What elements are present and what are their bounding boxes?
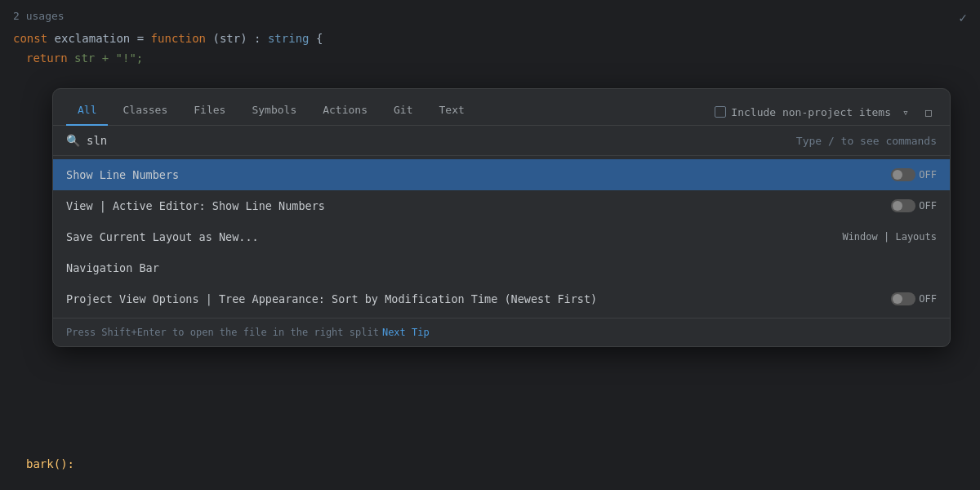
tab-all[interactable]: All (66, 99, 108, 126)
search-input[interactable] (87, 134, 790, 147)
tab-actions[interactable]: Actions (311, 99, 379, 126)
results-list: Show Line Numbers OFF View | Active Edit… (53, 156, 950, 318)
keyword-const: const (13, 29, 47, 48)
bottom-func-name: bark(): (26, 454, 74, 474)
eq-sign: = (130, 29, 150, 48)
bottom-code-line: bark(): (13, 454, 967, 474)
non-project-checkbox-row[interactable]: Include non-project items (715, 106, 891, 118)
result-item[interactable]: Show Line Numbers OFF (53, 159, 950, 190)
tab-files[interactable]: Files (182, 99, 237, 126)
toggle-thumb (893, 294, 902, 304)
var-name: exclamation (47, 29, 130, 48)
open-brace: { (310, 29, 323, 48)
code-line-2: return str + "!"; (0, 48, 980, 68)
next-tip-button[interactable]: Next Tip (382, 327, 430, 338)
tabs-row: All Classes Files Symbols Actions Git Te… (53, 89, 950, 126)
dialog-footer: Press Shift+Enter to open the file in th… (53, 318, 950, 346)
result-badge-toggle: OFF (891, 199, 937, 212)
keyword-function: function (151, 29, 206, 48)
non-project-label: Include non-project items (731, 106, 891, 118)
toggle-label: OFF (919, 200, 937, 212)
params: (str) (206, 29, 247, 48)
tab-text[interactable]: Text (428, 99, 476, 126)
result-badge-toggle: OFF (891, 168, 937, 181)
toggle-track[interactable] (891, 168, 915, 181)
toggle-label: OFF (919, 293, 937, 305)
result-item[interactable]: Save Current Layout as New... Window | L… (53, 221, 950, 252)
usages-line: 2 usages (0, 0, 980, 29)
result-item[interactable]: Navigation Bar (53, 252, 950, 283)
settings-icon[interactable]: □ (920, 104, 937, 120)
result-badge-toggle: OFF (891, 292, 937, 305)
result-label: Project View Options | Tree Appearance: … (66, 292, 891, 305)
result-badge-breadcrumb: Window | Layouts (842, 231, 937, 243)
chevron-icon: ✓ (959, 10, 967, 25)
breadcrumb-text: Window | Layouts (842, 231, 937, 243)
colon: : (247, 29, 268, 48)
result-label: Navigation Bar (66, 261, 937, 274)
type-name: string (268, 29, 310, 48)
search-dialog: All Classes Files Symbols Actions Git Te… (52, 88, 951, 347)
result-item[interactable]: View | Active Editor: Show Line Numbers … (53, 190, 950, 221)
search-icon: 🔍 (66, 134, 80, 147)
code-line-1: const exclamation = function (str) : str… (0, 29, 980, 48)
toggle-track[interactable] (891, 199, 915, 212)
code-rest: str + "!"; (68, 48, 144, 68)
result-label: View | Active Editor: Show Line Numbers (66, 199, 891, 212)
result-label: Show Line Numbers (66, 168, 891, 181)
non-project-checkbox[interactable] (715, 106, 726, 118)
toggle-thumb (893, 170, 902, 180)
toggle-thumb (893, 201, 902, 211)
keyword-return: return (26, 48, 68, 68)
result-label: Save Current Layout as New... (66, 230, 842, 243)
footer-text: Press Shift+Enter to open the file in th… (66, 327, 379, 338)
toggle-label: OFF (919, 169, 937, 180)
toggle-track[interactable] (891, 292, 915, 305)
tab-git[interactable]: Git (382, 99, 424, 126)
result-item[interactable]: Project View Options | Tree Appearance: … (53, 283, 950, 314)
tab-symbols[interactable]: Symbols (240, 99, 308, 126)
search-row: 🔍 Type / to see commands (53, 126, 950, 156)
filter-icon[interactable]: ▿ (898, 104, 914, 120)
tab-classes[interactable]: Classes (111, 99, 179, 126)
search-hint: Type / to see commands (796, 135, 937, 147)
bottom-code-area: bark(): (0, 454, 980, 474)
